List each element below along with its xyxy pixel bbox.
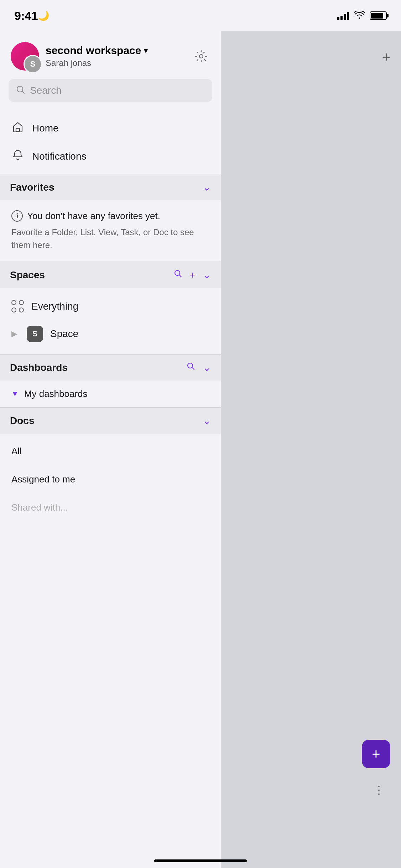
spaces-search-icon[interactable] xyxy=(173,269,183,281)
docs-title: Docs xyxy=(10,415,34,427)
sidebar-item-all[interactable]: All xyxy=(0,437,221,465)
screen: S second workspace ▾ Sarah jonas xyxy=(0,31,401,868)
avatar[interactable]: S xyxy=(11,42,39,71)
dashboards-search-icon[interactable] xyxy=(186,362,196,373)
avatar-initials: S xyxy=(24,55,42,73)
status-bar: 9:41 🌙 xyxy=(0,0,401,31)
svg-point-0 xyxy=(199,55,203,58)
status-time: 9:41 xyxy=(14,9,38,23)
docs-list: All Assigned to me Shared with... xyxy=(0,434,221,515)
user-name: Sarah jonas xyxy=(46,58,186,68)
spaces-title: Spaces xyxy=(10,269,45,281)
dashboards-section-header: Dashboards ⌄ xyxy=(0,355,221,381)
dashboards-chevron-icon[interactable]: ⌄ xyxy=(203,362,211,373)
favorites-empty-desc: Favorite a Folder, List, View, Task, or … xyxy=(11,226,209,252)
sidebar-item-assigned-to-me[interactable]: Assigned to me xyxy=(0,465,221,494)
svg-rect-2 xyxy=(16,128,20,131)
battery-icon xyxy=(370,11,387,20)
favorites-empty-state: ℹ You don't have any favorites yet. Favo… xyxy=(0,200,221,262)
docs-section-header: Docs ⌄ xyxy=(0,408,221,434)
status-icons xyxy=(337,10,387,21)
favorites-actions: ⌄ xyxy=(203,181,211,193)
spaces-list: Everything ▶ S Space xyxy=(0,288,221,354)
sidebar-item-everything[interactable]: Everything xyxy=(0,294,221,319)
settings-button[interactable] xyxy=(192,47,210,65)
sidebar-header: S second workspace ▾ Sarah jonas xyxy=(0,31,221,79)
sidebar: S second workspace ▾ Sarah jonas xyxy=(0,31,221,868)
notifications-label: Notifications xyxy=(32,151,87,162)
home-icon xyxy=(11,121,24,135)
favorites-empty-title-row: ℹ You don't have any favorites yet. xyxy=(11,210,209,222)
favorites-section-header: Favorites ⌄ xyxy=(0,174,221,200)
right-panel: + + ⋮ xyxy=(221,31,401,868)
search-icon xyxy=(16,85,26,96)
spaces-chevron-icon[interactable]: ⌄ xyxy=(203,269,211,281)
dashboards-actions: ⌄ xyxy=(186,362,211,373)
add-button[interactable]: + xyxy=(382,49,390,65)
docs-chevron-icon[interactable]: ⌄ xyxy=(203,415,211,427)
dashboards-title: Dashboards xyxy=(10,362,68,373)
everything-icon xyxy=(11,300,24,313)
spaces-actions: + ⌄ xyxy=(173,269,211,281)
notifications-icon xyxy=(11,149,24,163)
home-label: Home xyxy=(32,123,59,134)
favorites-chevron-icon[interactable]: ⌄ xyxy=(203,181,211,193)
space-avatar: S xyxy=(27,326,43,342)
sidebar-item-my-dashboards[interactable]: ▼ My dashboards xyxy=(0,381,221,407)
wifi-icon xyxy=(354,10,365,21)
everything-label: Everything xyxy=(31,301,78,312)
home-indicator xyxy=(154,859,247,862)
sidebar-item-space[interactable]: ▶ S Space xyxy=(0,319,221,348)
search-placeholder: Search xyxy=(30,85,62,96)
more-options-button[interactable]: ⋮ xyxy=(373,783,385,797)
fab-button[interactable]: + xyxy=(362,740,390,768)
search-container: Search xyxy=(0,79,221,110)
my-dashboards-label: My dashboards xyxy=(24,388,88,399)
docs-actions: ⌄ xyxy=(203,415,211,427)
space-chevron-icon: ▶ xyxy=(11,329,17,339)
workspace-info: second workspace ▾ Sarah jonas xyxy=(46,45,186,68)
sidebar-item-shared-with[interactable]: Shared with... xyxy=(0,494,221,511)
workspace-name[interactable]: second workspace ▾ xyxy=(46,45,186,57)
my-dashboards-expand-icon: ▼ xyxy=(11,390,19,398)
favorites-title: Favorites xyxy=(10,182,54,193)
sidebar-item-home[interactable]: Home xyxy=(0,114,221,142)
space-label: Space xyxy=(50,328,78,340)
moon-icon: 🌙 xyxy=(38,10,49,21)
signal-icon xyxy=(337,11,349,20)
info-icon: ℹ xyxy=(11,210,23,222)
search-box[interactable]: Search xyxy=(9,79,212,102)
favorites-empty-text: You don't have any favorites yet. xyxy=(27,211,160,222)
nav-section: Home Notifications xyxy=(0,110,221,174)
sidebar-item-notifications[interactable]: Notifications xyxy=(0,142,221,170)
spaces-section-header: Spaces + ⌄ xyxy=(0,262,221,288)
spaces-add-icon[interactable]: + xyxy=(190,269,196,281)
shared-with-label: Shared with... xyxy=(11,502,68,511)
workspace-chevron-icon: ▾ xyxy=(144,46,147,55)
